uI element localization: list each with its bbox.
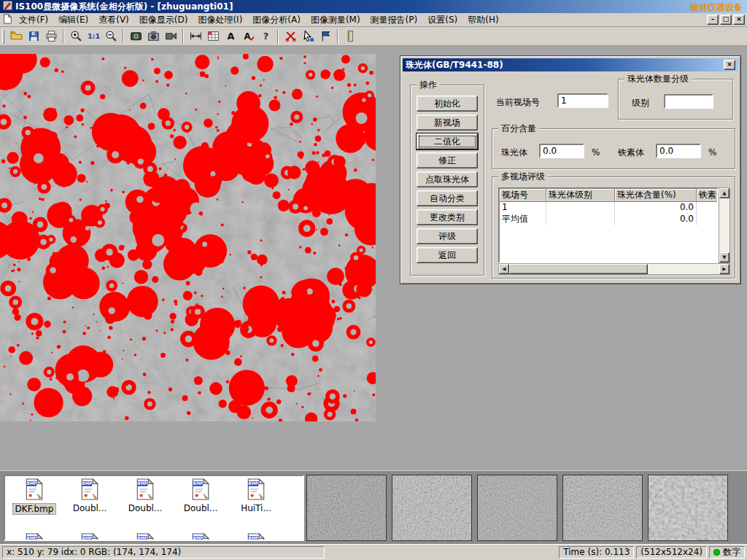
help-icon[interactable]: ? [257,28,274,44]
thumbnail[interactable] [392,475,472,541]
horizontal-scroll-track[interactable] [509,264,719,274]
scroll-down-icon[interactable]: ▼ [719,252,729,262]
current-field-input[interactable]: 1 [557,93,608,108]
bottom-panel: BMPDKF.bmpBMPDoubl...BMPDoubl...BMPDoubl… [0,470,747,544]
menu-item[interactable]: 图像显示(D) [134,13,193,27]
bmp-file-icon: BMP [136,478,155,502]
toolbar-grip[interactable] [2,29,4,44]
toolbar-separator [277,29,279,44]
marker-flag-icon[interactable] [317,28,334,44]
file-item[interactable]: BMPDKF.bmp [7,478,62,515]
file-item[interactable]: BMP [117,533,173,541]
file-item[interactable]: BMPDoubl... [62,478,117,515]
percent-legend: 百分含量 [498,123,539,133]
pick-pearlite-button[interactable]: 点取珠光体 [417,171,478,187]
file-item[interactable]: BMPHuiTi... [228,478,284,515]
zoom-in-icon[interactable] [67,28,85,44]
svg-text:BMP: BMP [82,536,92,540]
file-item[interactable]: BMPDoubl... [173,478,228,515]
zoom-out-icon[interactable] [102,28,120,44]
bmp-file-icon: BMP [136,533,155,541]
new-field-button[interactable]: 新视场 [417,114,478,131]
capture-icon[interactable] [127,28,144,44]
grade-input[interactable] [664,94,713,109]
scroll-left-icon[interactable]: ◀ [499,264,509,274]
menu-item[interactable]: 图像处理(I) [193,13,247,27]
thumbnail[interactable] [648,475,728,541]
toolbar-separator [63,29,64,44]
pointer-icon[interactable] [299,28,317,44]
menu-item[interactable]: 编辑(E) [53,13,93,27]
correction-button[interactable]: 修正 [417,152,478,168]
ferrite-percent-input[interactable]: 0.0 [656,144,701,158]
save-icon[interactable] [25,28,42,44]
change-class-button[interactable]: 更改类别 [417,209,478,225]
title-bar[interactable]: IS100显微摄像系统(金相分析版) - [zhuguangti01] [0,0,747,13]
thumbnail[interactable] [477,475,557,541]
menu-item[interactable]: 设置(S) [422,13,462,27]
svg-text:A: A [244,31,250,42]
file-item[interactable]: BMP [228,533,284,541]
print-icon[interactable] [42,28,60,44]
file-item[interactable]: BMP [62,533,117,541]
menu-item[interactable]: 帮助(H) [462,13,503,27]
menu-item[interactable]: 图像分析(A) [247,13,306,27]
pearlite-dialog: 珠光体(GB/T9441-88) × 操作 初始化新视场二值化修正点取珠光体自动… [400,55,741,284]
vertical-scroll-track[interactable] [719,198,729,252]
micrograph-image[interactable] [0,54,376,421]
binarize-button[interactable]: 二值化 [417,133,478,149]
multi-field-legend: 多视场评级 [498,171,548,182]
bmp-file-icon: BMP [25,533,44,541]
return-button[interactable]: 返回 [417,247,478,263]
table-row[interactable]: 平均值0.0 [500,214,717,225]
text-a-icon[interactable]: A [222,28,239,44]
actual-size-icon[interactable]: 1:1 [85,28,102,44]
auto-classify-button[interactable]: 自动分类 [417,190,478,206]
measure-grid-icon[interactable] [204,28,222,44]
pearlite-percent-input[interactable]: 0.0 [539,144,584,158]
menu-item[interactable]: 图像测量(M) [306,13,365,27]
svg-text:BMP: BMP [27,481,36,486]
cursor-position-status: x: 510 y: 79 idx: 0 RGB: (174, 174, 174) [2,546,325,559]
file-item[interactable]: BMP [7,533,62,541]
scroll-up-icon[interactable]: ▲ [719,188,729,198]
mdi-restore-button[interactable]: □ [720,15,732,25]
table-vertical-scrollbar[interactable]: ▲ ▼ [719,187,730,263]
percent-sign: % [592,145,600,160]
table-cell [697,214,719,225]
menu-item[interactable]: 测量报告(P) [365,13,423,27]
file-item[interactable]: BMPDoubl... [117,478,173,515]
svg-text:BMP: BMP [27,536,36,540]
svg-text:1:1: 1:1 [88,32,100,40]
menu-item[interactable]: 查看(V) [93,13,134,27]
mdi-minimize-button[interactable]: – [707,15,719,25]
dialog-title: 珠光体(GB/T9441-88) [406,59,503,71]
thumbnail[interactable] [306,475,387,541]
bmp-file-icon: BMP [25,478,44,502]
vendor-watermark: 榆林仪器设备 [690,1,743,14]
horizontal-scroll-thumb[interactable] [509,264,648,274]
table-horizontal-scrollbar[interactable]: ◀ ▶ [498,263,730,275]
grade-button[interactable]: 评级 [417,228,478,244]
measure-width-icon[interactable] [187,28,204,44]
table-header-cell: 珠光体级别 [546,189,615,202]
initialize-button[interactable]: 初始化 [417,96,478,112]
scroll-right-icon[interactable]: ▶ [719,264,729,274]
mdi-close-button[interactable]: × [733,15,745,25]
menu-item[interactable]: 文件(F) [14,13,53,27]
camera-icon[interactable] [144,28,162,44]
cut-icon[interactable] [282,28,299,44]
multi-field-table[interactable]: 视场号珠光体级别珠光体含量(%)铁素体 10.0平均值0.0 [498,187,719,263]
toolbar: 1:1AA? [0,27,747,46]
dialog-close-button[interactable]: × [724,60,735,70]
text-a-marked-icon[interactable]: A [239,28,257,44]
file-item[interactable]: BMP [173,533,228,541]
svg-text:?: ? [263,31,268,42]
video-icon[interactable] [162,28,179,44]
thumbnail[interactable] [562,475,643,541]
table-row[interactable]: 10.0 [500,202,717,214]
table-header-cell: 铁素体 [697,189,719,202]
open-icon[interactable] [7,28,25,44]
dialog-title-bar[interactable]: 珠光体(GB/T9441-88) × [403,58,738,71]
ruler-icon[interactable] [341,28,359,44]
